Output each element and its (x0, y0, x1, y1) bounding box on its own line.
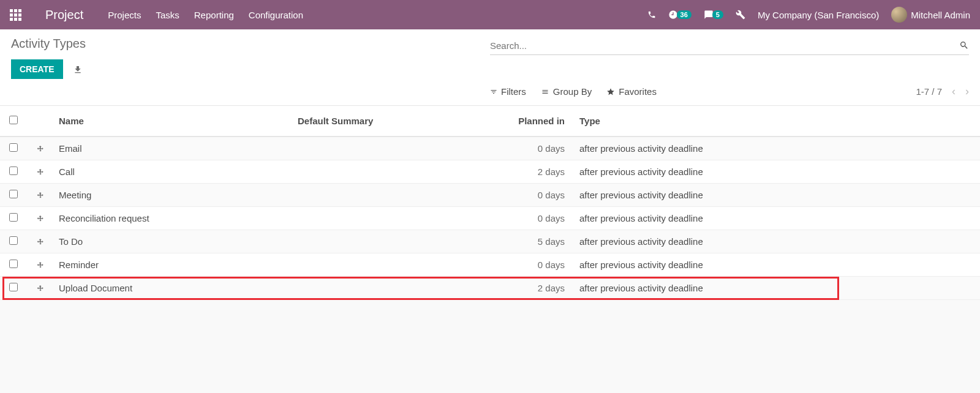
cell-type: after previous activity deadline (575, 160, 845, 184)
row-handle[interactable] (27, 137, 54, 160)
create-button[interactable]: CREATE (11, 59, 63, 79)
cell-name: Email (54, 137, 293, 160)
row-select[interactable] (0, 253, 27, 277)
move-icon[interactable] (36, 236, 45, 247)
cell-summary (293, 230, 501, 253)
activities-badge: 36 (677, 10, 692, 19)
row-handle[interactable] (27, 253, 54, 277)
favorites-button[interactable]: Favorites (606, 86, 657, 97)
column-type[interactable]: Type (575, 106, 845, 137)
row-select[interactable] (0, 207, 27, 230)
table-row[interactable]: Upload Document2 daysafter previous acti… (0, 277, 980, 300)
row-checkbox[interactable] (9, 236, 18, 245)
search-icon[interactable] (959, 39, 969, 50)
move-icon[interactable] (36, 283, 45, 293)
cell-planned: 5 days (501, 230, 575, 253)
move-icon[interactable] (36, 190, 45, 200)
activities-icon[interactable]: 36 (668, 10, 692, 20)
company-selector[interactable]: My Company (San Francisco) (758, 10, 879, 20)
user-avatar (891, 7, 907, 23)
user-menu[interactable]: Mitchell Admin (891, 7, 970, 23)
nav-tasks[interactable]: Tasks (156, 10, 179, 20)
cell-planned: 2 days (501, 277, 575, 300)
cell-spacer (845, 230, 980, 253)
nav-menu: Projects Tasks Reporting Configuration (108, 10, 647, 20)
column-name[interactable]: Name (54, 106, 293, 137)
page-title: Activity Types (11, 37, 490, 51)
import-button[interactable] (73, 64, 83, 74)
user-name: Mitchell Admin (911, 10, 970, 20)
row-checkbox[interactable] (9, 213, 18, 222)
move-icon[interactable] (36, 260, 45, 270)
cell-type: after previous activity deadline (575, 230, 845, 253)
cell-summary (293, 160, 501, 184)
cell-spacer (845, 277, 980, 300)
cell-planned: 0 days (501, 184, 575, 207)
pager-prev[interactable]: ‹ (952, 85, 956, 98)
pager-next[interactable]: › (965, 85, 969, 98)
table-row[interactable]: Reconciliation request0 daysafter previo… (0, 207, 980, 230)
select-all-checkbox[interactable] (9, 116, 18, 124)
cell-name: Reconciliation request (54, 207, 293, 230)
groupby-button[interactable]: Group By (541, 86, 592, 97)
apps-icon[interactable] (10, 9, 21, 20)
search-wrap (490, 37, 969, 55)
cell-summary (293, 137, 501, 160)
row-handle[interactable] (27, 160, 54, 184)
cell-planned: 0 days (501, 253, 575, 277)
table-row[interactable]: To Do5 daysafter previous activity deadl… (0, 230, 980, 253)
handle-header (27, 106, 54, 137)
move-icon[interactable] (36, 213, 45, 223)
column-planned[interactable]: Planned in (501, 106, 575, 137)
nav-projects[interactable]: Projects (108, 10, 141, 20)
move-icon[interactable] (36, 143, 45, 154)
nav-reporting[interactable]: Reporting (194, 10, 234, 20)
cell-name: Upload Document (54, 277, 293, 300)
cell-summary (293, 253, 501, 277)
row-handle[interactable] (27, 277, 54, 300)
column-spacer (845, 106, 980, 137)
column-summary[interactable]: Default Summary (293, 106, 501, 137)
row-select[interactable] (0, 160, 27, 184)
pager: 1-7 / 7 ‹ › (916, 85, 969, 98)
discuss-icon[interactable]: 5 (704, 10, 723, 20)
cell-summary (293, 184, 501, 207)
row-handle[interactable] (27, 207, 54, 230)
debug-icon[interactable] (736, 10, 745, 20)
cell-name: Call (54, 160, 293, 184)
cell-spacer (845, 253, 980, 277)
move-icon[interactable] (36, 167, 45, 177)
cell-name: To Do (54, 230, 293, 253)
cell-planned: 2 days (501, 160, 575, 184)
cell-spacer (845, 207, 980, 230)
nav-configuration[interactable]: Configuration (249, 10, 303, 20)
filters-button[interactable]: Filters (490, 86, 526, 97)
groupby-label: Group By (553, 86, 592, 97)
top-navbar: Project Projects Tasks Reporting Configu… (0, 0, 980, 29)
row-checkbox[interactable] (9, 260, 18, 268)
filter-group: Filters Group By Favorites (490, 86, 916, 97)
row-checkbox[interactable] (9, 167, 18, 175)
favorites-label: Favorites (619, 86, 657, 97)
row-select[interactable] (0, 277, 27, 300)
table-row[interactable]: Call2 daysafter previous activity deadli… (0, 160, 980, 184)
row-select[interactable] (0, 184, 27, 207)
row-handle[interactable] (27, 230, 54, 253)
table-row[interactable]: Reminder0 daysafter previous activity de… (0, 253, 980, 277)
row-select[interactable] (0, 230, 27, 253)
row-select[interactable] (0, 137, 27, 160)
table-row[interactable]: Email0 daysafter previous activity deadl… (0, 137, 980, 160)
select-all-header[interactable] (0, 106, 27, 137)
row-checkbox[interactable] (9, 283, 18, 291)
row-checkbox[interactable] (9, 190, 18, 198)
cell-type: after previous activity deadline (575, 207, 845, 230)
row-handle[interactable] (27, 184, 54, 207)
search-input[interactable] (490, 37, 969, 55)
cell-planned: 0 days (501, 137, 575, 160)
cell-type: after previous activity deadline (575, 253, 845, 277)
app-brand[interactable]: Project (45, 8, 83, 22)
table-row[interactable]: Meeting0 daysafter previous activity dea… (0, 184, 980, 207)
cell-type: after previous activity deadline (575, 184, 845, 207)
row-checkbox[interactable] (9, 143, 18, 152)
phone-icon[interactable] (647, 10, 656, 19)
